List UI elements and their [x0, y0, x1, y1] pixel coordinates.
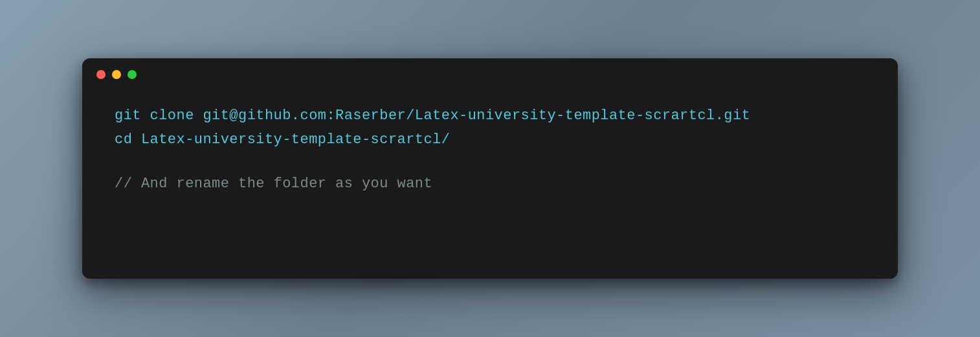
traffic-lights	[96, 70, 137, 79]
terminal-line-2: cd Latex-university-template-scrartcl/	[115, 128, 865, 152]
minimize-button[interactable]	[112, 70, 121, 79]
close-button[interactable]	[96, 70, 106, 79]
maximize-button[interactable]	[128, 70, 137, 79]
terminal-line-1: git clone git@github.com:Raserber/Latex-…	[115, 104, 865, 128]
terminal-line-comment: // And rename the folder as you want	[115, 172, 865, 196]
terminal-spacer	[115, 152, 865, 172]
terminal-body: git clone git@github.com:Raserber/Latex-…	[82, 91, 898, 209]
terminal-titlebar	[82, 58, 898, 91]
terminal-window: git clone git@github.com:Raserber/Latex-…	[82, 58, 898, 279]
